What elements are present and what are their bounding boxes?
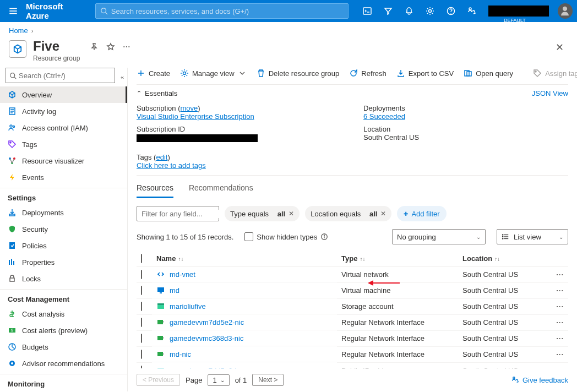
global-search[interactable] — [95, 3, 349, 19]
row-checkbox[interactable] — [141, 334, 142, 343]
col-location[interactable]: Location↑↓ — [458, 251, 552, 266]
global-search-input[interactable] — [111, 7, 344, 15]
row-checkbox[interactable] — [141, 350, 142, 359]
brand[interactable]: Microsoft Azure — [26, 2, 86, 20]
filter-field-input[interactable] — [137, 206, 219, 221]
sidebar-search[interactable] — [6, 68, 115, 83]
sidebar-item-locks[interactable]: Locks — [0, 270, 127, 287]
refresh-button[interactable]: Refresh — [349, 69, 387, 78]
row-checkbox[interactable] — [141, 286, 142, 295]
resource-name-link[interactable]: gamedevvm7dd5e2-nic — [170, 318, 244, 326]
row-checkbox[interactable] — [141, 270, 142, 279]
row-checkbox[interactable] — [141, 318, 142, 327]
resource-name-link[interactable]: md-nic — [170, 350, 191, 358]
pin-icon[interactable] — [90, 42, 99, 53]
sidebar-item-properties[interactable]: Properties — [0, 254, 127, 270]
row-more-icon[interactable]: ··· — [552, 362, 568, 368]
bolt-icon — [8, 173, 17, 182]
subscription-move-link[interactable]: move — [181, 104, 198, 112]
create-button[interactable]: Create — [137, 69, 170, 78]
tags-edit-link[interactable]: edit — [156, 153, 167, 161]
table-row[interactable]: marioliufiveStorage accountSouth Central… — [137, 298, 568, 314]
sidebar-item-resource-visualizer[interactable]: Resource visualizer — [0, 153, 127, 169]
avatar[interactable] — [558, 3, 573, 19]
settings-icon[interactable] — [420, 0, 440, 22]
sidebar-item-advisor-recommendations[interactable]: Advisor recommendations — [0, 355, 127, 372]
filter-pill-type[interactable]: Type equals all✕ — [225, 206, 300, 221]
grouping-dropdown[interactable]: No grouping⌄ — [392, 229, 486, 244]
table-row[interactable]: md-vnetVirtual networkSouth Central US··… — [137, 266, 568, 283]
essentials-caret-icon[interactable]: ⌃ — [137, 90, 141, 97]
page-select[interactable]: 1⌄ — [208, 374, 229, 386]
open-query-button[interactable]: Open query — [464, 69, 513, 78]
manage-view-button[interactable]: Manage view — [180, 69, 247, 78]
row-more-icon[interactable]: ··· — [552, 314, 568, 330]
cloud-shell-icon[interactable] — [357, 0, 377, 22]
prev-page-button[interactable]: < Previous — [137, 374, 180, 386]
export-csv-button[interactable]: Export to CSV — [396, 69, 454, 78]
row-more-icon[interactable]: ··· — [552, 282, 568, 298]
sidebar-item-activity-log[interactable]: Activity log — [0, 103, 127, 119]
policy-icon — [8, 241, 17, 250]
tab-recommendations[interactable]: Recommendations — [189, 183, 253, 198]
directory-label: DEFAULT DIRECTORY — [486, 18, 526, 29]
feedback-icon[interactable] — [462, 0, 482, 22]
row-more-icon[interactable]: ··· — [552, 346, 568, 362]
essentials-header[interactable]: Essentials — [145, 89, 177, 97]
table-row[interactable]: gamedevvmc368d3-nicRegular Network Inter… — [137, 330, 568, 346]
col-type[interactable]: Type↑↓ — [337, 251, 458, 266]
col-name[interactable]: Name↑↓ — [152, 251, 337, 266]
sidebar-item-budgets[interactable]: Budgets — [0, 339, 127, 355]
row-more-icon[interactable]: ··· — [552, 266, 568, 283]
directories-icon[interactable] — [378, 0, 398, 22]
table-row[interactable]: md-nicRegular Network InterfaceSouth Cen… — [137, 346, 568, 362]
view-mode-dropdown[interactable]: List view⌄ — [497, 229, 568, 244]
subscription-name-link[interactable]: Visual Studio Enterprise Subscription — [137, 112, 254, 121]
table-row[interactable]: gamedevvm7dd5e2-nicRegular Network Inter… — [137, 314, 568, 330]
table-row[interactable]: gamedevvm7dd5e2-ipPublic IP addressSouth… — [137, 362, 568, 368]
next-page-button[interactable]: Next > — [252, 374, 284, 386]
json-view-link[interactable]: JSON View — [532, 89, 568, 97]
favorite-icon[interactable] — [106, 42, 115, 53]
sidebar-item-security[interactable]: Security — [0, 221, 127, 237]
row-checkbox[interactable] — [141, 302, 142, 311]
resource-name-link[interactable]: gamedevvmc368d3-nic — [170, 334, 243, 342]
tab-resources[interactable]: Resources — [137, 183, 173, 198]
sidebar-item-policies[interactable]: Policies — [0, 237, 127, 254]
resource-name-link[interactable]: md-vnet — [170, 270, 195, 279]
table-row[interactable]: mdVirtual machineSouth Central US··· — [137, 282, 568, 298]
delete-rg-button[interactable]: Delete resource group — [257, 69, 340, 78]
resource-type: Virtual machine — [337, 282, 458, 298]
sidebar-item-cost-analysis[interactable]: Cost analysis — [0, 306, 127, 322]
add-filter-button[interactable]: ✚Add filter — [397, 206, 446, 221]
resource-name-link[interactable]: marioliufive — [170, 302, 206, 311]
add-tags-link[interactable]: Click here to add tags — [137, 161, 206, 170]
sidebar-item-deployments[interactable]: Deployments — [0, 204, 127, 221]
row-checkbox[interactable] — [141, 366, 142, 368]
sidebar-search-input[interactable] — [19, 72, 111, 80]
filter-pill-location[interactable]: Location equals all✕ — [305, 206, 391, 221]
breadcrumb-home[interactable]: Home — [9, 26, 28, 35]
row-more-icon[interactable]: ··· — [552, 330, 568, 346]
sidebar-item-cost-alerts-preview-[interactable]: $Cost alerts (preview) — [0, 322, 127, 339]
help-icon[interactable] — [441, 0, 461, 22]
notifications-icon[interactable] — [399, 0, 419, 22]
assign-tags-button[interactable]: Assign tags — [533, 69, 577, 78]
sidebar-item-tags[interactable]: Tags — [0, 136, 127, 153]
resource-name-link[interactable]: gamedevvm7dd5e2-ip — [170, 366, 241, 369]
deployments-link[interactable]: 6 Succeeded — [363, 112, 405, 121]
resource-name-link[interactable]: md — [170, 286, 179, 295]
select-all-checkbox[interactable] — [141, 254, 142, 263]
more-actions-icon[interactable]: ··· — [123, 42, 130, 53]
resource-type-icon — [156, 334, 165, 342]
sidebar-item-access-control-iam-[interactable]: Access control (IAM) — [0, 119, 127, 136]
sidebar-item-events[interactable]: Events — [0, 169, 127, 186]
show-hidden-checkbox[interactable]: Show hidden types — [244, 232, 328, 241]
give-feedback-link[interactable]: Give feedback — [511, 376, 568, 384]
close-icon[interactable]: ✕ — [551, 39, 568, 56]
sidebar-item-overview[interactable]: Overview — [0, 86, 127, 103]
remove-location-filter-icon[interactable]: ✕ — [380, 210, 386, 217]
remove-type-filter-icon[interactable]: ✕ — [288, 210, 294, 217]
menu-icon[interactable] — [4, 2, 21, 20]
row-more-icon[interactable]: ··· — [552, 298, 568, 314]
